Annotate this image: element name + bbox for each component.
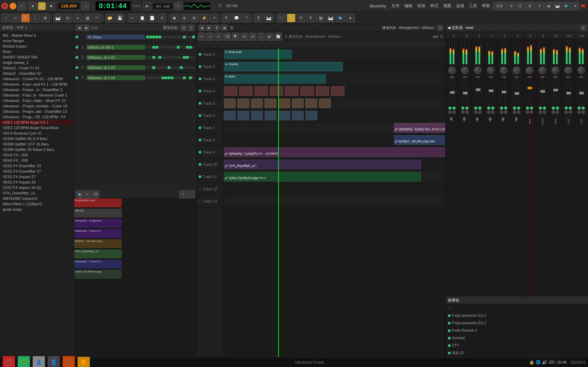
clip[interactable] — [285, 86, 299, 96]
arrow-btn[interactable]: ◀ — [501, 75, 503, 78]
channel-knob[interactable] — [500, 67, 507, 74]
step-pad[interactable] — [186, 56, 189, 59]
file-item[interactable]: Wind Effect 1 (128bpm) — [0, 201, 74, 207]
send-dot[interactable] — [539, 106, 542, 110]
arr-stretch[interactable]: ↔ — [257, 33, 265, 41]
step-pad[interactable] — [149, 46, 152, 49]
step-pad[interactable] — [168, 56, 170, 59]
bird-icon[interactable]: 🐦 — [562, 2, 570, 10]
step-pad[interactable] — [192, 46, 195, 49]
send-dot[interactable] — [465, 110, 469, 114]
step-pad[interactable] — [177, 46, 180, 49]
tb2-paste[interactable]: 📄 — [148, 14, 156, 22]
tb2-snap2[interactable]: ⊞ — [190, 14, 199, 22]
menu-help[interactable]: 帮助 — [480, 2, 492, 10]
file-item[interactable]: Ultrasonic - Progr..r 03 -128 BPM - F# — [0, 114, 74, 120]
step-pad[interactable] — [180, 46, 183, 49]
tb2-help[interactable]: ? — [242, 14, 251, 22]
fx-slot[interactable]: Fruity parametric EQ 2 — [446, 319, 588, 327]
clip[interactable]: ⊳ VTH_Downlifter_11 — [224, 160, 421, 169]
fx-slot[interactable]: (无) — [446, 304, 588, 312]
arrow-btn[interactable]: ▶ — [465, 75, 467, 78]
step-pad[interactable] — [162, 36, 164, 38]
arrow-btn[interactable]: ▶ — [452, 75, 454, 78]
menu-view[interactable]: 视图 — [441, 2, 453, 10]
clip[interactable] — [254, 86, 268, 96]
arr-nav3[interactable]: ⬆ — [214, 25, 220, 31]
arr-nav4[interactable]: ◀ — [221, 25, 227, 31]
track-row[interactable]: ⊳ VTH_Downlifter_11 — [224, 158, 445, 171]
clip[interactable] — [265, 111, 276, 120]
arrow-btn[interactable]: ◀ — [540, 75, 542, 78]
file-item[interactable]: VES2 FX Downlifter 19 — [0, 163, 74, 169]
pattern-block[interactable]: Ultrasonic - Future H... — [74, 229, 122, 238]
step-pad[interactable] — [149, 66, 152, 69]
stop-btn[interactable]: ■ — [29, 2, 37, 10]
clip[interactable] — [278, 99, 290, 108]
track-plus[interactable]: + — [174, 2, 182, 10]
ch-nav-right[interactable]: ▶ — [84, 25, 90, 31]
send-dot[interactable] — [539, 110, 542, 114]
tb2-plugin1[interactable]: ⬛ — [277, 14, 286, 22]
clip[interactable]: ⊳ chords — [224, 62, 343, 71]
file-item[interactable]: Ultrasonic - Crowd Fx 01 - 128 BPM — [0, 76, 74, 82]
grid-icon[interactable]: ▦ — [544, 2, 553, 10]
step-pad[interactable] — [158, 56, 161, 59]
tb2-back[interactable]: ↩ — [11, 14, 20, 22]
step-pad[interactable] — [155, 36, 158, 38]
file-item[interactable]: Ultrasonic - Futur..owd Fx 1 - 128 BPM — [0, 82, 74, 87]
step-pad[interactable] — [149, 56, 152, 59]
clip[interactable] — [316, 86, 329, 96]
arrow-btn[interactable]: ◀ — [475, 75, 477, 78]
mic-icon[interactable]: 🎙 — [536, 2, 544, 10]
clip[interactable] — [278, 111, 290, 120]
step-pad[interactable] — [146, 46, 149, 49]
step-pad[interactable] — [180, 66, 183, 69]
arr-select[interactable]: ⊹ — [206, 33, 214, 41]
fader-handle[interactable] — [553, 89, 558, 91]
file-item[interactable]: Ultrasonic - Future...ls - Downlifter 2 — [0, 87, 74, 92]
step-pad[interactable] — [177, 36, 180, 38]
arrow-btn[interactable]: ◀ — [450, 75, 452, 78]
send-dot[interactable] — [487, 106, 490, 110]
send-dot[interactable] — [474, 110, 477, 114]
send-dot[interactable] — [577, 110, 581, 114]
step-pad[interactable] — [165, 76, 167, 79]
arr-play[interactable]: ▶ — [266, 33, 273, 41]
step-pad[interactable] — [146, 36, 149, 38]
zoom-in-btn[interactable]: + — [179, 190, 187, 198]
fader-handle[interactable] — [476, 88, 481, 91]
arrow-btn[interactable]: ▶ — [582, 75, 584, 78]
fx-slot[interactable]: Kickstart — [446, 334, 588, 342]
file-item[interactable]: guitar loops — [0, 207, 74, 212]
tb2-grid2[interactable]: ▦ — [316, 14, 325, 22]
track-row[interactable]: ⊳ Ultrasonic - Crowd Fx 01 - 128 BPM — [224, 146, 445, 158]
close-btn[interactable]: ● — [1, 3, 8, 10]
arr-next[interactable]: ➡ — [249, 33, 256, 41]
taskbar-fl2[interactable]: 🎵 — [63, 356, 75, 367]
step-pad[interactable] — [152, 56, 155, 59]
track-row[interactable]: ⊳ MSSP1 - Hit Hat Loop 005 — [224, 134, 445, 146]
tb2-channel[interactable]: ≡ — [73, 14, 82, 22]
clip[interactable] — [237, 99, 249, 108]
step-pad[interactable] — [152, 46, 155, 49]
file-item[interactable]: VES2 FX Downlifter 27 — [0, 169, 74, 174]
file-item[interactable]: VEDM Uplifter 13 F 16 Bars — [0, 141, 74, 147]
clip[interactable] — [237, 111, 249, 120]
extra-btn1[interactable]: ⚙ — [507, 2, 515, 10]
fader-handle[interactable] — [540, 90, 545, 93]
minimize-btn[interactable] — [10, 3, 16, 10]
step-pad[interactable] — [152, 36, 155, 38]
fader-handle[interactable] — [579, 92, 584, 94]
send-dot[interactable] — [500, 110, 503, 114]
send-dot[interactable] — [478, 110, 482, 114]
menu-icon[interactable]: ≡ — [18, 2, 26, 10]
send-dot[interactable] — [452, 110, 456, 114]
step-pad[interactable] — [186, 36, 189, 38]
tb2-pattern[interactable]: ⊕ — [180, 14, 189, 22]
tb2-plugin2[interactable]: S — [287, 14, 296, 22]
arrow-btn[interactable]: ▶ — [517, 75, 519, 78]
step-pad[interactable] — [186, 46, 189, 49]
tb2-home[interactable]: ⌂ — [1, 14, 10, 22]
channel-knob[interactable] — [474, 67, 482, 74]
